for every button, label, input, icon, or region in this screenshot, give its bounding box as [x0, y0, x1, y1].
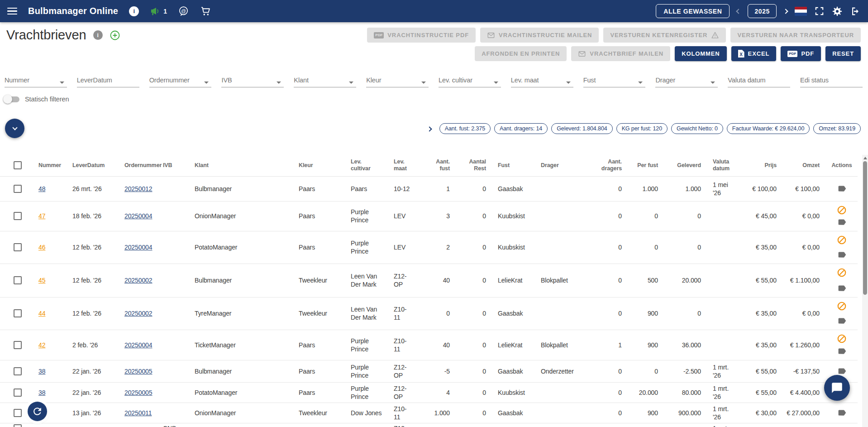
chevron-down-icon[interactable] — [638, 82, 643, 84]
cancel-icon[interactable] — [837, 235, 847, 245]
collapse-summary-button[interactable] — [5, 119, 24, 138]
filter-ordernummer[interactable]: Ordernummer — [149, 72, 212, 87]
year-button[interactable]: 2025 — [748, 4, 777, 18]
menu-icon[interactable] — [7, 8, 17, 15]
chevron-down-icon[interactable] — [421, 82, 426, 84]
label-icon[interactable] — [837, 184, 847, 193]
row-checkbox[interactable] — [14, 424, 22, 427]
row-checkbox[interactable] — [14, 185, 22, 193]
chevron-down-icon[interactable] — [494, 82, 498, 84]
nummer-link[interactable]: 44 — [38, 310, 45, 317]
filter-lev-maat[interactable]: Lev. maat — [511, 72, 573, 87]
reset-button[interactable]: RESET — [825, 46, 861, 61]
label-icon[interactable] — [837, 408, 847, 417]
versturen-naar-transporteur-button[interactable]: VERSTUREN NAAR TRANSPORTEUR — [730, 28, 861, 43]
afronden-en-printen-button[interactable]: AFRONDEN EN PRINTEN — [475, 46, 567, 61]
filter-kleur[interactable]: Kleur — [366, 72, 429, 87]
ordernummer-link[interactable]: 20250012 — [124, 185, 153, 192]
chevron-down-icon[interactable] — [277, 82, 281, 84]
year-prev-icon[interactable] — [736, 9, 741, 14]
nummer-link[interactable]: 47 — [38, 212, 45, 220]
nummer-link[interactable]: 38 — [38, 389, 45, 396]
ordernummer-link[interactable]: 20250011 — [124, 409, 152, 417]
filter-leverdatum[interactable]: LeverDatum — [77, 72, 139, 87]
ordernummer-link[interactable]: 20250004 — [124, 341, 153, 349]
announcements-button[interactable]: 1 — [150, 6, 167, 17]
row-checkbox[interactable] — [14, 212, 22, 220]
ordernummer-link[interactable]: 20250005 — [124, 389, 153, 396]
year-next-icon[interactable] — [783, 9, 788, 14]
label-icon[interactable] — [837, 346, 847, 356]
filter-klant[interactable]: Klant — [294, 72, 356, 87]
cell-omzet: € 0,00 — [783, 201, 826, 231]
filter-valuta-datum[interactable]: Valuta datum — [728, 72, 790, 87]
scrollbar-thumb[interactable] — [863, 161, 867, 295]
row-checkbox[interactable] — [14, 409, 22, 417]
chevron-down-icon[interactable] — [204, 82, 209, 84]
filter-nummer[interactable]: Nummer — [5, 72, 67, 87]
chevron-down-icon[interactable] — [566, 82, 571, 84]
chevron-down-icon[interactable] — [60, 82, 64, 84]
ordernummer-link[interactable]: 20250004 — [124, 244, 153, 251]
pdf-button[interactable]: PDF PDF — [781, 46, 821, 61]
filter-fust[interactable]: Fust — [583, 72, 646, 87]
vrachtinstructie-pdf-button[interactable]: PDF VRACHTINSTRUCTIE PDF — [367, 28, 476, 43]
cancel-icon[interactable] — [837, 301, 847, 311]
select-all-checkbox[interactable] — [14, 161, 22, 169]
cart-button[interactable] — [200, 5, 211, 17]
crop-selector-button[interactable]: ALLE GEWASSEN — [656, 4, 730, 18]
ordernummer-link[interactable]: 20250002 — [124, 310, 153, 317]
scroll-up-icon[interactable] — [863, 157, 867, 159]
filter-drager[interactable]: Drager — [655, 72, 718, 87]
label-icon[interactable] — [837, 250, 847, 259]
label-icon[interactable] — [837, 366, 847, 376]
info-button[interactable]: i — [129, 6, 139, 16]
cancel-icon[interactable] — [837, 268, 847, 278]
cell-aant_fust: 0 — [423, 297, 457, 330]
chevron-down-icon[interactable] — [349, 82, 353, 84]
page-info-icon[interactable]: i — [93, 30, 103, 40]
row-checkbox[interactable] — [14, 243, 22, 251]
static-filter-toggle[interactable] — [5, 96, 19, 102]
chevron-down-icon[interactable] — [711, 82, 715, 84]
cancel-icon[interactable] — [837, 334, 847, 344]
vrachtbrief-mailen-button[interactable]: VRACHTBRIEF MAILEN — [571, 46, 670, 61]
excel-button[interactable]: X EXCEL — [731, 46, 777, 61]
row-checkbox[interactable] — [14, 341, 22, 349]
chips-scroll-icon[interactable] — [428, 125, 431, 133]
filter-edi-status[interactable]: Edi status — [800, 72, 863, 87]
nummer-link[interactable]: 45 — [38, 277, 45, 284]
label-icon[interactable] — [837, 283, 847, 293]
nummer-link[interactable]: 38 — [38, 368, 45, 375]
row-checkbox[interactable] — [14, 367, 22, 375]
kolommen-button[interactable]: KOLOMMEN — [675, 46, 726, 61]
feedback-button[interactable]: @ — [178, 5, 189, 17]
row-checkbox[interactable] — [14, 309, 22, 317]
nummer-link[interactable]: 46 — [38, 244, 45, 251]
filter-ivb[interactable]: IVB — [221, 72, 284, 87]
chat-fab[interactable] — [824, 375, 850, 401]
filter-lev-cultivar[interactable]: Lev. cultivar — [439, 72, 501, 87]
row-checkbox[interactable] — [14, 389, 22, 397]
label-icon[interactable] — [837, 316, 847, 326]
cell-lev_cultivar: Dow Jones — [346, 403, 389, 423]
language-flag-nl[interactable] — [795, 7, 807, 16]
versturen-ketenregister-button[interactable]: VERSTUREN KETENREGISTER — [603, 28, 726, 43]
refresh-fab[interactable] — [28, 402, 47, 421]
fullscreen-icon[interactable] — [814, 6, 825, 16]
label-icon[interactable] — [837, 217, 847, 227]
nummer-link[interactable]: 48 — [38, 185, 45, 192]
ordernummer-link[interactable]: 20250004 — [124, 212, 153, 220]
cell-omzet: € 1.260,00 — [783, 330, 826, 360]
add-icon[interactable] — [110, 30, 120, 41]
nummer-link[interactable]: 42 — [38, 341, 45, 349]
cancel-icon[interactable] — [837, 205, 847, 215]
row-checkbox[interactable] — [14, 276, 22, 284]
ordernummer-link[interactable]: 20250005 — [124, 368, 153, 375]
logout-icon[interactable] — [850, 6, 861, 17]
cell-lev_maat: LEV — [389, 201, 423, 231]
vrachtinstructie-mailen-button[interactable]: VRACHTINSTRUCTIE MAILEN — [480, 28, 599, 43]
gear-icon[interactable] — [832, 6, 843, 17]
ordernummer-link[interactable]: 20250002 — [124, 277, 153, 284]
vertical-scrollbar[interactable] — [862, 155, 868, 427]
